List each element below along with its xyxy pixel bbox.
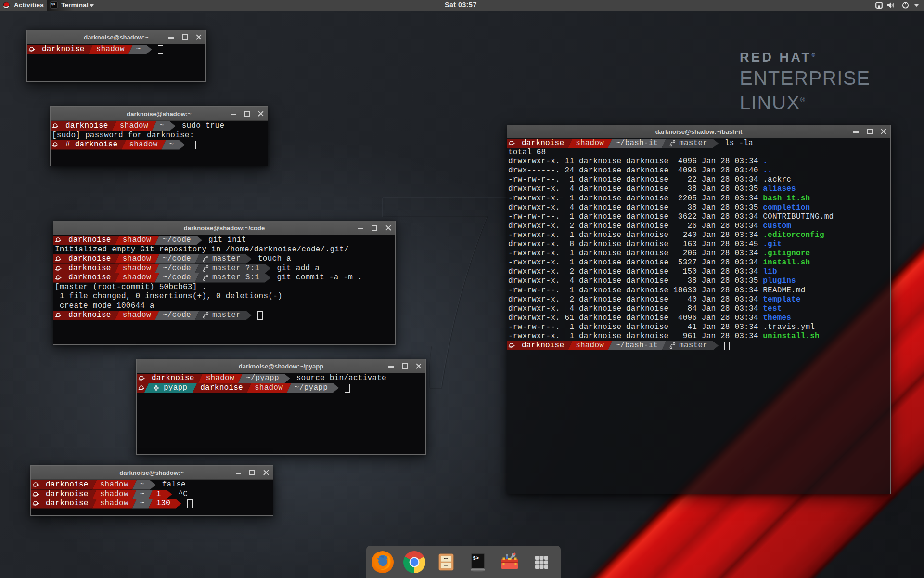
svg-text:$>: $> bbox=[473, 555, 479, 561]
svg-text:$>: $> bbox=[51, 3, 55, 6]
